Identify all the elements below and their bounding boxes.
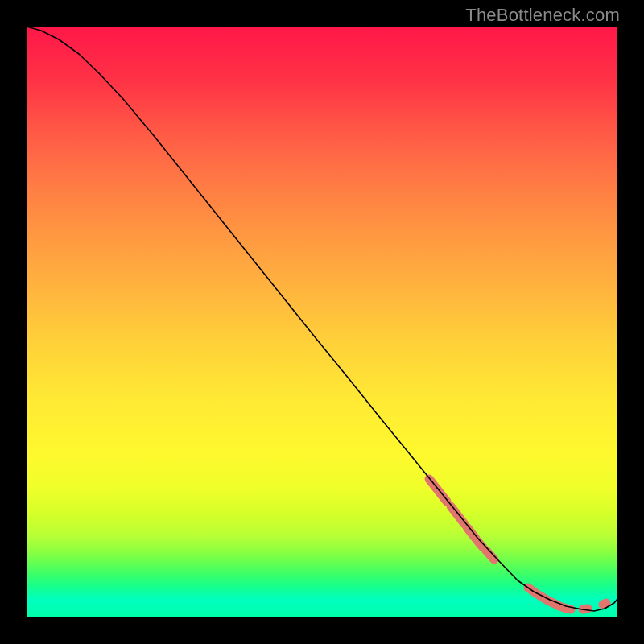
- curve-line: [27, 27, 617, 611]
- highlight-dash: [467, 527, 476, 539]
- highlight-dash: [603, 603, 606, 605]
- chart-overlay: [27, 27, 617, 617]
- highlight-dash: [566, 609, 571, 609]
- highlight-dashes: [429, 479, 606, 609]
- highlight-dash: [429, 479, 447, 502]
- chart-root: TheBottleneck.com: [0, 0, 644, 644]
- attribution-text: TheBottleneck.com: [465, 5, 620, 26]
- highlight-dash: [451, 506, 464, 524]
